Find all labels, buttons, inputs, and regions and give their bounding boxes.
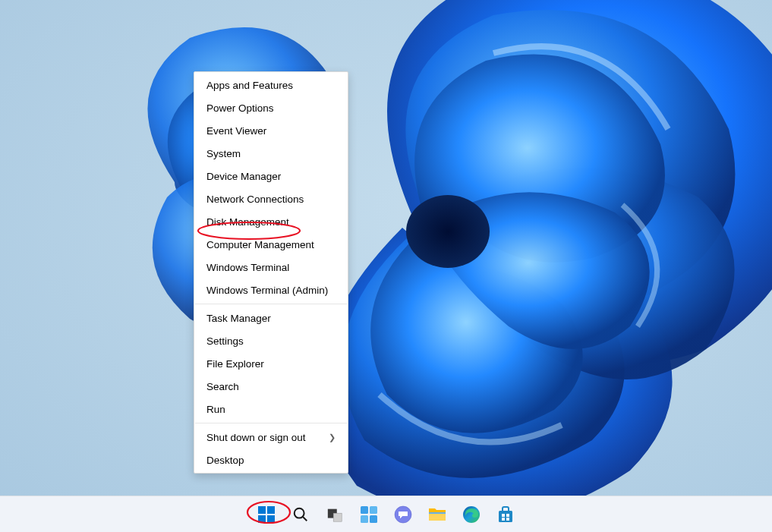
menu-item-label: Device Manager — [206, 171, 281, 182]
menu-item-shutdown[interactable]: Shut down or sign out ❯ — [194, 426, 348, 449]
svg-rect-13 — [361, 515, 368, 523]
menu-item-label: File Explorer — [206, 358, 264, 370]
task-view-button[interactable] — [320, 499, 350, 530]
menu-item-windows-terminal-admin[interactable]: Windows Terminal (Admin) — [194, 279, 348, 301]
menu-item-task-manager[interactable]: Task Manager — [194, 307, 348, 329]
chat-icon — [394, 505, 412, 524]
menu-item-label: Network Connections — [206, 194, 304, 205]
svg-rect-19 — [429, 512, 446, 514]
menu-item-label: Run — [206, 404, 225, 415]
menu-item-computer-management[interactable]: Computer Management — [194, 233, 348, 256]
svg-rect-25 — [506, 518, 509, 521]
svg-rect-10 — [333, 513, 342, 521]
menu-item-system[interactable]: System — [194, 142, 348, 165]
menu-item-power-options[interactable]: Power Options — [194, 96, 348, 119]
taskbar — [0, 496, 772, 532]
file-explorer-icon — [428, 505, 446, 524]
widgets-icon — [360, 505, 378, 524]
svg-rect-23 — [506, 514, 509, 517]
svg-rect-21 — [499, 511, 512, 522]
svg-rect-24 — [502, 518, 505, 521]
chevron-right-icon: ❯ — [329, 433, 336, 442]
menu-item-device-manager[interactable]: Device Manager — [194, 165, 348, 187]
menu-item-event-viewer[interactable]: Event Viewer — [194, 119, 348, 142]
menu-item-desktop[interactable]: Desktop — [194, 449, 348, 471]
svg-rect-3 — [258, 506, 266, 514]
menu-item-label: Event Viewer — [206, 125, 266, 137]
menu-item-network-connections[interactable]: Network Connections — [194, 187, 348, 210]
menu-item-disk-management[interactable]: Disk Management — [194, 210, 348, 233]
menu-item-run[interactable]: Run — [194, 398, 348, 420]
windows-start-icon — [257, 505, 276, 524]
menu-item-label: Windows Terminal — [206, 262, 289, 273]
edge-button[interactable] — [456, 499, 487, 530]
svg-rect-22 — [502, 514, 505, 517]
menu-item-label: System — [206, 148, 241, 159]
menu-item-label: Computer Management — [206, 239, 314, 250]
start-button[interactable] — [251, 499, 282, 530]
file-explorer-button[interactable] — [422, 499, 452, 530]
menu-item-label: Task Manager — [206, 313, 271, 324]
svg-rect-5 — [258, 515, 266, 523]
menu-item-label: Desktop — [206, 455, 244, 466]
svg-rect-4 — [267, 506, 275, 514]
search-button[interactable] — [285, 499, 316, 530]
chat-button[interactable] — [388, 499, 418, 530]
menu-item-settings[interactable]: Settings — [194, 329, 348, 352]
menu-item-label: Windows Terminal (Admin) — [206, 285, 328, 296]
search-icon — [291, 505, 310, 524]
widgets-button[interactable] — [354, 499, 384, 530]
store-button[interactable] — [490, 499, 521, 530]
menu-item-search[interactable]: Search — [194, 375, 348, 398]
start-context-menu: Apps and Features Power Options Event Vi… — [194, 71, 348, 474]
svg-point-7 — [295, 508, 304, 518]
menu-item-label: Power Options — [206, 102, 274, 114]
edge-icon — [462, 505, 481, 524]
menu-item-label: Settings — [206, 335, 244, 347]
desktop-wallpaper — [0, 0, 772, 532]
store-icon — [496, 505, 515, 524]
menu-item-label: Apps and Features — [206, 80, 293, 91]
svg-rect-11 — [361, 506, 368, 514]
menu-item-label: Shut down or sign out — [206, 432, 306, 443]
task-view-icon — [326, 505, 344, 524]
menu-separator — [195, 304, 347, 304]
svg-line-8 — [303, 516, 307, 521]
menu-item-label: Disk Management — [206, 216, 289, 228]
svg-rect-14 — [370, 515, 377, 523]
menu-item-file-explorer[interactable]: File Explorer — [194, 352, 348, 375]
svg-point-0 — [406, 195, 490, 268]
menu-item-windows-terminal[interactable]: Windows Terminal — [194, 256, 348, 279]
menu-item-apps-features[interactable]: Apps and Features — [194, 74, 348, 96]
menu-separator — [195, 423, 347, 423]
svg-rect-12 — [370, 506, 377, 514]
menu-item-label: Search — [206, 381, 239, 392]
svg-rect-6 — [267, 515, 275, 523]
